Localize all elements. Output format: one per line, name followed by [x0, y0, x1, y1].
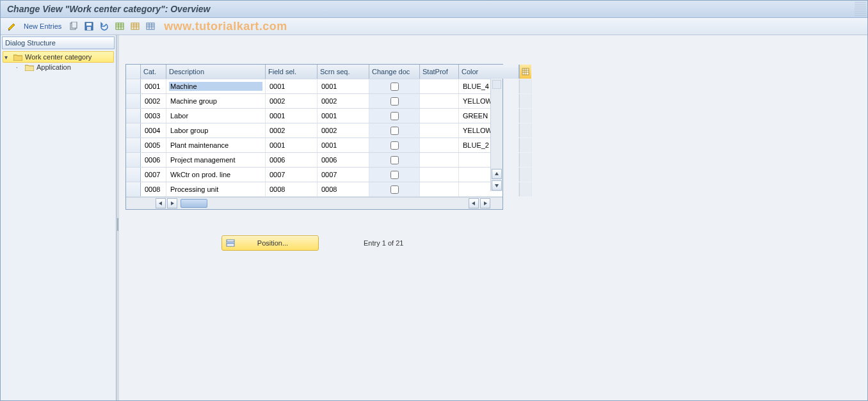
cell-statprof[interactable]: [420, 182, 459, 196]
color-input[interactable]: [462, 141, 516, 150]
desc-input[interactable]: [169, 111, 262, 120]
undo-icon[interactable]: [99, 20, 110, 32]
cell-scrn-seq[interactable]: [317, 123, 369, 138]
change-doc-checkbox[interactable]: [390, 127, 399, 135]
cell-scrn-seq[interactable]: [317, 153, 369, 167]
cell-change-doc[interactable]: [369, 168, 420, 182]
cat-input[interactable]: [143, 126, 163, 135]
cell-change-doc[interactable]: [369, 153, 420, 167]
scroll-right-icon[interactable]: [480, 198, 490, 208]
change-doc-checkbox[interactable]: [390, 83, 399, 91]
stat-input[interactable]: [422, 155, 456, 164]
cell-color[interactable]: [459, 153, 519, 167]
tree-node-work-center-category[interactable]: ▾ Work center category: [3, 51, 114, 63]
row-selector[interactable]: [126, 79, 141, 93]
configure-columns-button[interactable]: [519, 65, 531, 79]
header-cat[interactable]: Cat.: [141, 65, 166, 79]
row-selector[interactable]: [126, 138, 141, 152]
cell-statprof[interactable]: [420, 168, 459, 182]
cell-cat[interactable]: [141, 153, 166, 167]
cell-field-sel[interactable]: [266, 79, 317, 93]
scr-input[interactable]: [320, 185, 366, 194]
desc-input[interactable]: [169, 170, 262, 179]
cell-scrn-seq[interactable]: [317, 168, 369, 182]
fld-input[interactable]: [268, 141, 314, 150]
cell-color[interactable]: [459, 94, 519, 108]
deselect-icon[interactable]: [129, 20, 141, 32]
row-selector[interactable]: [126, 123, 141, 138]
cell-scrn-seq[interactable]: [317, 94, 369, 108]
cell-description[interactable]: [166, 168, 266, 182]
cell-change-doc[interactable]: [369, 109, 420, 123]
cell-change-doc[interactable]: [369, 138, 420, 152]
scr-input[interactable]: [320, 170, 366, 179]
cat-input[interactable]: [143, 111, 163, 120]
fld-input[interactable]: [268, 82, 314, 91]
color-input[interactable]: [462, 97, 516, 106]
cat-input[interactable]: [143, 141, 163, 150]
cell-change-doc[interactable]: [369, 182, 420, 196]
fld-input[interactable]: [268, 126, 314, 135]
cell-description[interactable]: [166, 79, 266, 93]
save-icon[interactable]: [83, 20, 95, 32]
color-input[interactable]: [462, 155, 516, 164]
cell-color[interactable]: [459, 109, 519, 123]
copy-icon[interactable]: [68, 20, 79, 32]
cat-input[interactable]: [143, 155, 163, 164]
cell-color[interactable]: [459, 138, 519, 152]
scrollbar-thumb[interactable]: [181, 199, 207, 208]
color-input[interactable]: [462, 170, 516, 179]
stat-input[interactable]: [422, 97, 456, 106]
desc-input[interactable]: [169, 82, 262, 91]
change-doc-checkbox[interactable]: [390, 171, 399, 179]
scr-input[interactable]: [320, 141, 366, 150]
cell-statprof[interactable]: [420, 153, 459, 167]
cell-description[interactable]: [166, 123, 266, 138]
header-field-sel[interactable]: Field sel.: [266, 65, 317, 79]
cell-color[interactable]: [459, 123, 519, 138]
fld-input[interactable]: [268, 170, 314, 179]
cell-description[interactable]: [166, 94, 266, 108]
fld-input[interactable]: [268, 155, 314, 164]
cell-statprof[interactable]: [420, 79, 459, 93]
fld-input[interactable]: [268, 111, 314, 120]
scroll-left-icon[interactable]: [156, 198, 166, 208]
cell-scrn-seq[interactable]: [317, 182, 369, 196]
cell-color[interactable]: [459, 182, 519, 196]
cat-input[interactable]: [143, 185, 163, 194]
cell-change-doc[interactable]: [369, 94, 420, 108]
cell-statprof[interactable]: [420, 123, 459, 138]
scr-input[interactable]: [320, 111, 366, 120]
color-input[interactable]: [462, 185, 516, 194]
change-doc-checkbox[interactable]: [390, 156, 399, 164]
table-settings-icon[interactable]: [145, 20, 156, 32]
cell-description[interactable]: [166, 182, 266, 196]
cell-color[interactable]: [459, 79, 519, 93]
cell-scrn-seq[interactable]: [317, 79, 369, 93]
desc-input[interactable]: [169, 185, 262, 194]
desc-input[interactable]: [169, 97, 262, 106]
stat-input[interactable]: [422, 126, 456, 135]
color-input[interactable]: [462, 111, 516, 120]
scroll-up-icon[interactable]: [492, 169, 502, 179]
cell-field-sel[interactable]: [266, 182, 317, 196]
cell-statprof[interactable]: [420, 109, 459, 123]
header-statprof[interactable]: StatProf: [420, 65, 459, 79]
cell-scrn-seq[interactable]: [317, 138, 369, 152]
row-selector[interactable]: [126, 168, 141, 182]
header-color[interactable]: Color: [459, 65, 519, 79]
cell-statprof[interactable]: [420, 138, 459, 152]
cell-cat[interactable]: [141, 109, 166, 123]
cell-statprof[interactable]: [420, 94, 459, 108]
fld-input[interactable]: [268, 185, 314, 194]
fld-input[interactable]: [268, 97, 314, 106]
scroll-left-icon[interactable]: [469, 198, 479, 208]
cat-input[interactable]: [143, 97, 163, 106]
change-doc-checkbox[interactable]: [390, 185, 399, 194]
row-selector[interactable]: [126, 94, 141, 108]
cell-field-sel[interactable]: [266, 138, 317, 152]
position-button[interactable]: Position...: [221, 235, 319, 251]
cell-cat[interactable]: [141, 79, 166, 93]
cell-field-sel[interactable]: [266, 123, 317, 138]
scr-input[interactable]: [320, 82, 366, 91]
